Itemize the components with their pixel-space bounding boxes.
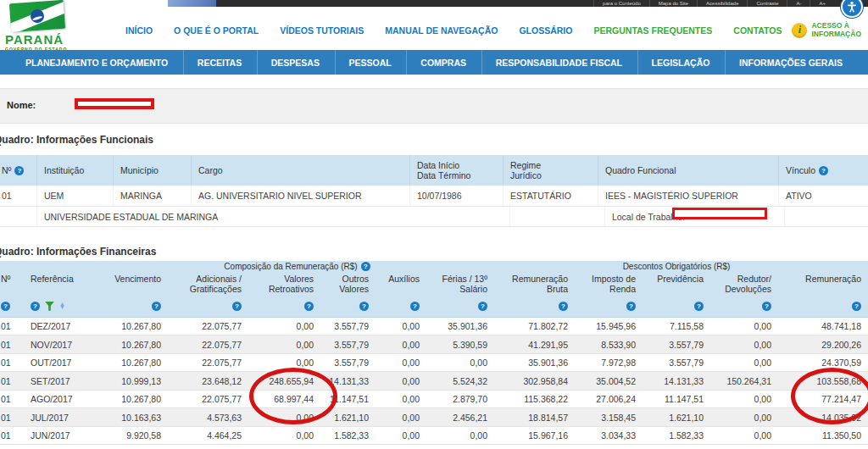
help-icon[interactable] <box>152 302 161 311</box>
nav-compras[interactable]: COMPRAS <box>406 50 480 75</box>
financial-row: 01SET/201710.999,1323.648,12248.655,9414… <box>0 372 868 391</box>
fcol-num: Nº <box>0 272 24 296</box>
help-icon[interactable] <box>626 302 636 311</box>
help-icon[interactable] <box>410 302 420 311</box>
help-icon[interactable] <box>14 166 24 175</box>
nav-despesas[interactable]: DESPESAS <box>257 50 333 75</box>
financial-cell: 3.557,79 <box>643 354 710 372</box>
fcol-outros-valores: Outros Valores <box>320 272 376 296</box>
financial-cell: 14.131,33 <box>643 372 710 390</box>
financial-cell: 2.456,21 <box>426 408 494 426</box>
financial-cell: 0,00 <box>710 335 778 353</box>
financial-table-body: 01DEZ/201710.267,8022.075,770,003.557,79… <box>0 318 868 446</box>
financial-cell: SET/2017 <box>24 372 92 390</box>
fcol-previdencia: Previdência <box>643 272 710 296</box>
financial-cell: 0,00 <box>710 318 778 335</box>
utility-site-map[interactable]: Mapa do Site <box>649 0 697 7</box>
cell-cargo: AG. UNIVERSITARIO NIVEL SUPERIOR <box>191 186 409 206</box>
utility-contrast[interactable]: Contraste <box>747 0 787 7</box>
financial-cell: 22.075,77 <box>168 391 248 408</box>
financial-cell: 10.999,13 <box>92 372 168 390</box>
financial-cell: 10.267,80 <box>92 391 168 408</box>
financial-cell: 0,00 <box>248 318 320 335</box>
financial-cell: 4.573,63 <box>168 408 248 426</box>
financial-cell: 0,00 <box>248 427 320 445</box>
help-icon[interactable] <box>304 302 314 311</box>
menu-manual-navegacao[interactable]: MANUAL DE NAVEGAÇÃO <box>385 25 498 36</box>
financial-cell: 23.648,12 <box>168 372 248 390</box>
nav-informacoes-gerais[interactable]: INFORMAÇÕES GERAIS <box>725 50 856 75</box>
financial-row: 01JUN/20179.920,584.464,250,001.582,330,… <box>0 427 868 446</box>
menu-o-que-e-o-portal[interactable]: O QUE É O PORTAL <box>174 25 259 36</box>
financial-cell: 41.291,95 <box>494 335 575 353</box>
financial-cell: 27.006,24 <box>575 391 643 408</box>
financial-cell: 0,00 <box>376 391 426 408</box>
fcol-remuneracao: Remuneração <box>778 272 868 296</box>
col-regime-label: RegimeJurídico <box>503 155 598 186</box>
menu-inicio[interactable]: INÍCIO <box>125 25 153 36</box>
financial-cell: 0,00 <box>710 427 778 445</box>
utility-font-smaller[interactable]: A- <box>787 0 810 7</box>
fcol-imposto-renda: Imposto de Renda <box>575 272 643 296</box>
nav-pessoal[interactable]: PESSOAL <box>335 50 405 75</box>
name-redaction-box <box>75 98 154 109</box>
utility-bar: para o Conteúdo Mapa do Site Acessibilid… <box>216 0 868 7</box>
main-navigation: PLANEJAMENTO E ORÇAMENTO RECEITAS DESPES… <box>0 50 868 75</box>
nav-receitas[interactable]: RECEITAS <box>183 50 255 75</box>
financial-cell: 4.464,25 <box>168 427 248 445</box>
financial-cell: 18.814,57 <box>494 408 575 426</box>
col-data-label: Data InícioData Término <box>409 155 503 186</box>
top-menu: INÍCIO O QUE É O PORTAL VÍDEOS TUTORIAIS… <box>125 25 782 36</box>
help-icon[interactable] <box>694 302 704 311</box>
help-icon[interactable] <box>559 302 568 311</box>
cell-vinculo: ATIVO <box>778 186 862 206</box>
help-icon[interactable] <box>852 302 861 311</box>
group-composicao: Composição da Remuneração (R$) <box>168 261 426 272</box>
financial-cell: 01 <box>0 354 24 372</box>
financial-cell: 10.163,63 <box>92 408 168 426</box>
help-icon[interactable] <box>762 302 771 311</box>
financial-column-labels: Nº Referência Vencimento Adicionais / Gr… <box>0 272 868 296</box>
financial-cell: 150.264,31 <box>710 372 778 390</box>
menu-videos-tutoriais[interactable]: VÍDEOS TUTORIAIS <box>280 25 364 36</box>
help-icon[interactable] <box>232 302 242 311</box>
financial-cell: 0,00 <box>710 408 778 426</box>
financial-cell: AGO/2017 <box>24 391 92 408</box>
acesso-informacao-link[interactable]: i ACESSO À INFORMAÇÃO <box>792 22 861 39</box>
nav-responsabilidade-fiscal[interactable]: RESPONSABILIDADE FISCAL <box>481 50 636 75</box>
financial-cell: 35.901,36 <box>426 318 494 335</box>
utility-accessibility[interactable]: Acessibilidade <box>697 0 747 7</box>
financial-cell: 35.901,36 <box>494 354 575 372</box>
menu-perguntas-frequentes[interactable]: PERGUNTAS FREQUENTES <box>593 25 712 36</box>
financial-cell: 115.368,22 <box>494 391 575 408</box>
help-icon[interactable] <box>819 166 828 175</box>
financial-cell: 10.267,80 <box>92 335 168 353</box>
help-icon[interactable] <box>31 302 40 311</box>
fcol-redutor: Redutor/ Devoluções <box>710 272 778 296</box>
utility-font-larger[interactable]: A+ <box>810 0 834 7</box>
parana-logo[interactable]: PARANÁ GOVERNO DO ESTADO <box>5 2 98 52</box>
nav-legislacao[interactable]: LEGISLAÇÃO <box>637 50 724 75</box>
parana-flag-icon <box>9 0 65 32</box>
menu-contatos[interactable]: CONTATOS <box>733 25 782 36</box>
filter-icon[interactable] <box>45 302 54 311</box>
financial-help-row: ▲▼ <box>0 296 868 318</box>
brand-name: PARANÁ <box>5 32 98 47</box>
nav-planejamento[interactable]: PLANEJAMENTO E ORÇAMENTO <box>12 50 181 75</box>
help-icon[interactable] <box>1 302 10 311</box>
financial-cell: 8.533,90 <box>575 335 643 353</box>
financial-cell: 15.967,16 <box>494 427 575 445</box>
col-vinculo-label: Vínculo <box>786 165 815 175</box>
help-icon[interactable] <box>359 302 369 311</box>
financial-cell: 7.972,98 <box>575 354 643 372</box>
menu-glossario[interactable]: GLOSSÁRIO <box>519 25 572 36</box>
utility-skip-content[interactable]: para o Conteúdo <box>593 0 649 7</box>
cell-num: 01 <box>0 186 36 206</box>
financial-cell: 3.158,45 <box>575 408 643 426</box>
help-icon[interactable] <box>361 262 370 271</box>
help-icon[interactable] <box>478 302 487 311</box>
annotation-ellipse-remuneracao <box>791 368 868 424</box>
sort-icon[interactable]: ▲▼ <box>59 302 65 309</box>
financial-cell: 3.034,33 <box>575 427 643 445</box>
financial-cell: 1.621,10 <box>643 408 710 426</box>
